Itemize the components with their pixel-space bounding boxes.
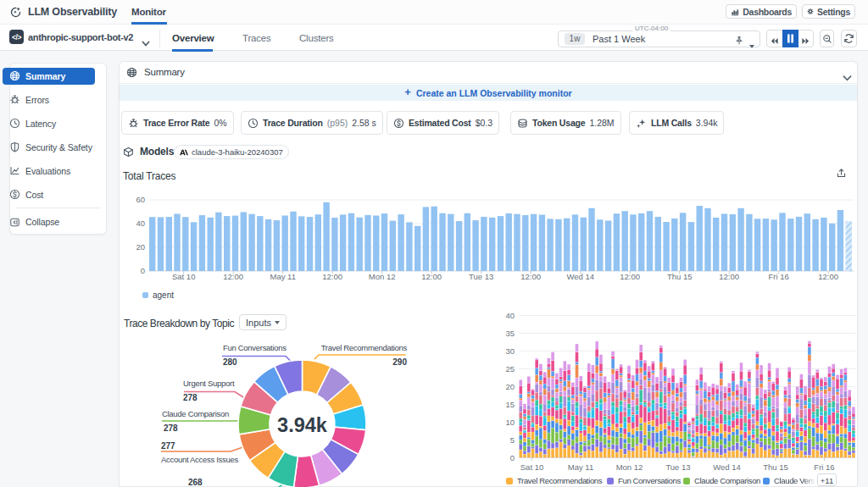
svg-text:60: 60 [136, 195, 145, 204]
svg-text:12:00: 12:00 [223, 272, 243, 281]
svg-text:280: 280 [223, 357, 237, 367]
svg-text:Fri 16: Fri 16 [814, 462, 834, 472]
svg-text:Account Access Issues: Account Access Issues [161, 455, 238, 464]
svg-text:Tue 13: Tue 13 [665, 462, 690, 472]
svg-text:Mon 12: Mon 12 [369, 272, 396, 281]
svg-text:Mon 12: Mon 12 [616, 462, 643, 472]
svg-text:0: 0 [510, 453, 515, 462]
svg-text:Fun Conversations: Fun Conversations [223, 343, 287, 352]
svg-text:Travel Recommendations: Travel Recommendations [321, 343, 408, 352]
svg-text:15: 15 [505, 400, 515, 409]
svg-text:12:00: 12:00 [421, 272, 442, 281]
svg-text:278: 278 [164, 423, 178, 433]
svg-text:Tue 13: Tue 13 [469, 272, 493, 281]
svg-text:Wed 14: Wed 14 [566, 272, 594, 281]
svg-text:20: 20 [505, 382, 515, 391]
svg-text:May 11: May 11 [568, 462, 593, 472]
svg-text:290: 290 [392, 357, 407, 367]
svg-text:May 11: May 11 [270, 272, 295, 281]
svg-text:Fri 16: Fri 16 [769, 272, 789, 281]
svg-text:12:00: 12:00 [322, 272, 342, 281]
svg-text:5: 5 [510, 435, 515, 445]
svg-text:35: 35 [505, 329, 515, 338]
svg-text:12:00: 12:00 [620, 272, 640, 281]
svg-text:20: 20 [136, 242, 145, 252]
svg-text:Sat 10: Sat 10 [172, 272, 195, 281]
svg-text:25: 25 [505, 364, 515, 374]
svg-text:Wed 14: Wed 14 [713, 462, 741, 472]
svg-text:40: 40 [136, 219, 145, 228]
svg-text:0: 0 [141, 266, 145, 275]
svg-text:Thu 15: Thu 15 [667, 272, 693, 281]
svg-text:3.94k: 3.94k [277, 414, 328, 436]
svg-text:268: 268 [188, 478, 203, 487]
svg-text:Claude Comparison: Claude Comparison [162, 409, 229, 418]
svg-text:30: 30 [505, 346, 515, 356]
svg-text:Sat 10: Sat 10 [520, 462, 543, 472]
svg-text:12:00: 12:00 [520, 272, 541, 281]
svg-text:Urgent Support: Urgent Support [183, 379, 235, 388]
svg-text:278: 278 [183, 393, 198, 402]
svg-text:277: 277 [161, 441, 175, 451]
svg-text:12:00: 12:00 [719, 272, 739, 281]
svg-text:10: 10 [505, 418, 515, 427]
svg-text:Thu 15: Thu 15 [763, 462, 788, 472]
svg-text:40: 40 [505, 311, 515, 320]
svg-text:12:00: 12:00 [818, 272, 838, 281]
